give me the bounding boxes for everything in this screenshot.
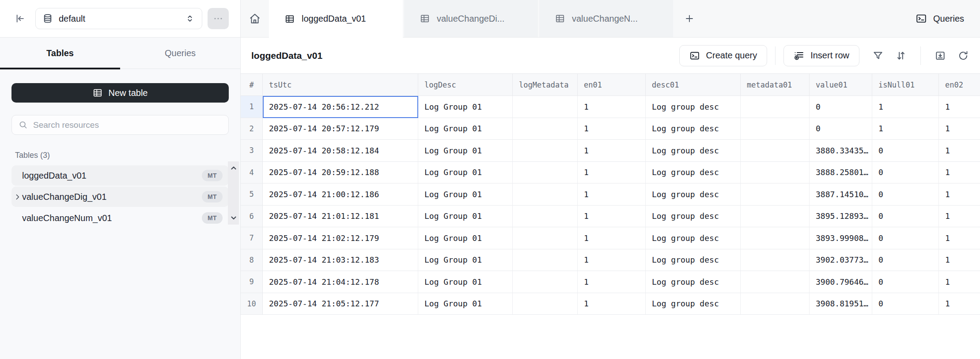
cell-en01[interactable]: 1 xyxy=(578,293,646,315)
sidebar-item-loggeddata_v01[interactable]: loggedData_v01MT xyxy=(11,165,229,186)
cell-logMetadata[interactable] xyxy=(513,140,578,162)
column-header-isNull01[interactable]: isNull01 xyxy=(872,74,939,96)
cell-value01[interactable]: 3887.14510… xyxy=(810,183,872,206)
search-input[interactable] xyxy=(33,120,222,130)
cell-logMetadata[interactable] xyxy=(513,162,578,184)
cell-desc01[interactable]: Log group desc xyxy=(646,96,741,118)
cell-isNull01[interactable]: 0 xyxy=(872,183,939,206)
cell-isNull01[interactable]: 0 xyxy=(872,206,939,228)
column-header-value01[interactable]: value01 xyxy=(810,74,872,96)
cell-metadata01[interactable] xyxy=(741,96,810,118)
cell-tsUtc[interactable]: 2025-07-14 21:03:12.183 xyxy=(263,249,418,271)
cell-logMetadata[interactable] xyxy=(513,206,578,228)
collapse-sidebar-icon[interactable] xyxy=(13,13,25,24)
workspace-selector[interactable]: default xyxy=(35,8,202,29)
cell-isNull01[interactable]: 0 xyxy=(872,140,939,162)
tab-valuechangen-[interactable]: valueChangeN... xyxy=(539,0,673,37)
cell-isNull01[interactable]: 0 xyxy=(872,293,939,315)
cell-en01[interactable]: 1 xyxy=(578,140,646,162)
scroll-up-icon[interactable] xyxy=(230,164,238,172)
cell-value01[interactable]: 3900.79646… xyxy=(810,271,872,293)
column-header-rownum[interactable]: # xyxy=(241,74,263,96)
refresh-button[interactable] xyxy=(952,45,975,66)
new-tab-button[interactable] xyxy=(674,0,704,37)
column-header-logDesc[interactable]: logDesc xyxy=(418,74,513,96)
cell-value01[interactable]: 3908.81951… xyxy=(810,293,872,315)
cell-en02[interactable]: 1 xyxy=(939,206,980,228)
row-number[interactable]: 2 xyxy=(241,118,263,140)
column-header-desc01[interactable]: desc01 xyxy=(646,74,741,96)
row-number[interactable]: 9 xyxy=(241,271,263,293)
cell-metadata01[interactable] xyxy=(741,162,810,184)
row-number[interactable]: 3 xyxy=(241,140,263,162)
list-scrollbar[interactable] xyxy=(228,161,239,225)
cell-en01[interactable]: 1 xyxy=(578,183,646,206)
cell-logMetadata[interactable] xyxy=(513,293,578,315)
cell-logDesc[interactable]: Log Group 01 xyxy=(418,293,513,315)
cell-logDesc[interactable]: Log Group 01 xyxy=(418,271,513,293)
cell-en02[interactable]: 1 xyxy=(939,118,980,140)
cell-desc01[interactable]: Log group desc xyxy=(646,293,741,315)
cell-tsUtc[interactable]: 2025-07-14 20:56:12.212 xyxy=(263,96,418,118)
queries-panel-button[interactable]: Queries xyxy=(916,0,964,37)
cell-logDesc[interactable]: Log Group 01 xyxy=(418,183,513,206)
insert-row-button[interactable]: Insert row xyxy=(783,45,859,66)
sidebar-tab-tables[interactable]: Tables xyxy=(0,38,120,69)
cell-isNull01[interactable]: 0 xyxy=(872,249,939,271)
row-number[interactable]: 10 xyxy=(241,293,263,315)
home-icon[interactable] xyxy=(241,0,269,37)
cell-logMetadata[interactable] xyxy=(513,183,578,206)
cell-desc01[interactable]: Log group desc xyxy=(646,118,741,140)
row-number[interactable]: 5 xyxy=(241,183,263,206)
cell-isNull01[interactable]: 0 xyxy=(872,271,939,293)
tab-valuechangedi-[interactable]: valueChangeDi... xyxy=(404,0,538,37)
sidebar-tab-queries[interactable]: Queries xyxy=(120,38,240,69)
cell-en01[interactable]: 1 xyxy=(578,271,646,293)
cell-value01[interactable]: 3888.25801… xyxy=(810,162,872,184)
cell-tsUtc[interactable]: 2025-07-14 21:04:12.178 xyxy=(263,271,418,293)
scroll-down-icon[interactable] xyxy=(230,214,238,222)
sidebar-item-valuechangedig_v01[interactable]: valueChangeDig_v01MT xyxy=(11,187,229,207)
cell-en01[interactable]: 1 xyxy=(578,96,646,118)
cell-en02[interactable]: 1 xyxy=(939,96,980,118)
chevron-right-icon[interactable] xyxy=(14,193,21,201)
cell-logMetadata[interactable] xyxy=(513,118,578,140)
cell-en02[interactable]: 1 xyxy=(939,183,980,206)
cell-isNull01[interactable]: 1 xyxy=(872,96,939,118)
column-header-en01[interactable]: en01 xyxy=(578,74,646,96)
cell-metadata01[interactable] xyxy=(741,118,810,140)
cell-desc01[interactable]: Log group desc xyxy=(646,183,741,206)
cell-metadata01[interactable] xyxy=(741,293,810,315)
cell-logDesc[interactable]: Log Group 01 xyxy=(418,227,513,249)
sidebar-item-valuechangenum_v01[interactable]: valueChangeNum_v01MT xyxy=(11,208,229,228)
row-number[interactable]: 6 xyxy=(241,206,263,228)
export-button[interactable] xyxy=(929,45,952,66)
cell-tsUtc[interactable]: 2025-07-14 21:05:12.177 xyxy=(263,293,418,315)
cell-en02[interactable]: 1 xyxy=(939,271,980,293)
cell-desc01[interactable]: Log group desc xyxy=(646,271,741,293)
cell-en01[interactable]: 1 xyxy=(578,118,646,140)
cell-isNull01[interactable]: 0 xyxy=(872,162,939,184)
new-table-button[interactable]: New table xyxy=(11,83,229,103)
cell-value01[interactable]: 3893.99908… xyxy=(810,227,872,249)
cell-metadata01[interactable] xyxy=(741,249,810,271)
more-options-button[interactable] xyxy=(208,8,229,29)
cell-desc01[interactable]: Log group desc xyxy=(646,227,741,249)
cell-tsUtc[interactable]: 2025-07-14 21:02:12.179 xyxy=(263,227,418,249)
cell-en02[interactable]: 1 xyxy=(939,162,980,184)
column-header-logMetadata[interactable]: logMetadata xyxy=(513,74,578,96)
cell-logMetadata[interactable] xyxy=(513,96,578,118)
column-header-metadata01[interactable]: metadata01 xyxy=(741,74,810,96)
cell-logDesc[interactable]: Log Group 01 xyxy=(418,162,513,184)
cell-metadata01[interactable] xyxy=(741,140,810,162)
cell-en02[interactable]: 1 xyxy=(939,249,980,271)
filter-button[interactable] xyxy=(866,45,889,66)
cell-en01[interactable]: 1 xyxy=(578,227,646,249)
cell-desc01[interactable]: Log group desc xyxy=(646,162,741,184)
sort-button[interactable] xyxy=(889,45,912,66)
row-number[interactable]: 4 xyxy=(241,162,263,184)
cell-logMetadata[interactable] xyxy=(513,271,578,293)
cell-value01[interactable]: 0 xyxy=(810,96,872,118)
row-number[interactable]: 7 xyxy=(241,227,263,249)
cell-metadata01[interactable] xyxy=(741,271,810,293)
